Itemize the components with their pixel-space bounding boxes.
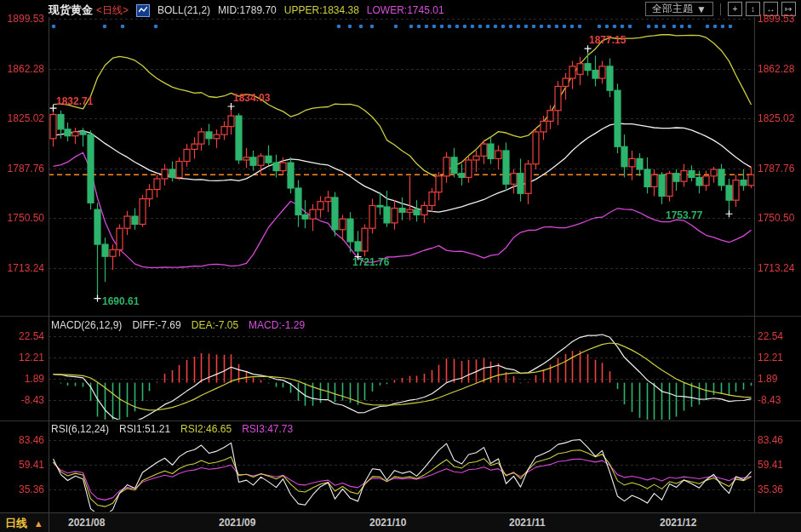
macd-axis-label-right: -8.43 — [758, 394, 781, 406]
price-annotation: 1834.03 — [233, 92, 270, 104]
price-annotation: 1832.71 — [56, 95, 93, 107]
period-tag: <日线> — [96, 3, 129, 18]
rsi-axis-label-right: 59.41 — [758, 459, 783, 471]
price-axis-label-left: 1825.02 — [2, 112, 44, 124]
macd-axis-label-left: 12.21 — [2, 352, 44, 363]
rsi3-value: RSI3:47.73 — [242, 423, 293, 435]
boll-lower-value: LOWER:1745.01 — [367, 4, 444, 16]
price-axis-label-left: 1787.76 — [2, 163, 44, 174]
rsi-axis-label-right: 35.36 — [758, 483, 783, 495]
macd-hist-value: MACD:-1.29 — [249, 319, 305, 331]
macd-dea-value: DEA:-7.05 — [192, 319, 238, 331]
theme-select-button[interactable]: 全部主题 ▼ — [645, 2, 713, 16]
caret-up-icon: ▲ — [34, 518, 43, 529]
price-chart-canvas[interactable] — [0, 0, 801, 532]
price-annotation: 1721.76 — [352, 256, 389, 268]
price-axis-label-right: 1899.53 — [758, 13, 794, 25]
pan-icon[interactable]: + — [728, 2, 742, 16]
chart-application: 现货黄金 <日线> BOLL(21,2) MID:1789.70 UPPER:1… — [0, 0, 801, 532]
rsi2-value: RSI2:46.65 — [180, 423, 232, 435]
date-label: 2021/08 — [68, 517, 105, 529]
price-axis-label-right: 1862.28 — [758, 63, 794, 75]
macd-diff-value: DIFF:-7.69 — [132, 319, 180, 331]
price-axis-label-right: 1825.02 — [758, 112, 794, 124]
price-axis-label-right: 1750.50 — [758, 212, 794, 224]
rsi-axis-label-left: 83.46 — [2, 434, 44, 446]
macd-axis-label-right: 12.21 — [758, 352, 783, 363]
rsi-axis-label-left: 35.36 — [2, 483, 44, 495]
boll-indicator-label: BOLL(21,2) — [157, 4, 210, 16]
caret-down-icon: ▼ — [696, 3, 707, 15]
line-chart-icon — [136, 4, 150, 17]
date-label: 2021/12 — [660, 517, 696, 529]
macd-title: MACD(26,12,9) — [51, 319, 122, 331]
rsi-panel-header: RSI(6,12,24) RSI1:51.21 RSI2:46.65 RSI3:… — [51, 423, 293, 435]
macd-axis-label-right: 1.89 — [758, 373, 777, 385]
date-label: 2021/11 — [509, 517, 546, 529]
price-axis-label-right: 1713.24 — [758, 262, 794, 274]
toolbar-divider — [720, 3, 721, 15]
rsi-axis-label-right: 83.46 — [758, 434, 783, 446]
price-axis-label-left: 1899.53 — [2, 13, 44, 25]
axis-divider — [49, 513, 49, 532]
date-label: 2021/10 — [369, 517, 406, 529]
rsi-title: RSI(6,12,24) — [51, 423, 109, 435]
symbol-name: 现货黄金 — [49, 3, 93, 18]
price-axis-label-right: 1787.76 — [758, 163, 794, 174]
rsi-axis-label-left: 59.41 — [2, 459, 44, 471]
macd-panel-header: MACD(26,12,9) DIFF:-7.69 DEA:-7.05 MACD:… — [51, 319, 305, 331]
macd-axis-label-right: 22.54 — [758, 330, 783, 342]
macd-axis-label-left: 1.89 — [2, 373, 44, 385]
boll-upper-value: UPPER:1834.38 — [284, 4, 359, 16]
price-axis-label-left: 1750.50 — [2, 212, 44, 224]
price-axis-label-left: 1713.24 — [2, 262, 44, 274]
macd-axis-label-left: 22.54 — [2, 330, 44, 342]
rsi1-value: RSI1:51.21 — [119, 423, 170, 435]
price-axis-label-left: 1862.28 — [2, 63, 44, 75]
price-annotation: 1877.15 — [589, 34, 626, 46]
date-label: 2021/09 — [219, 517, 255, 529]
period-selector[interactable]: 日线 ▲ — [5, 516, 43, 531]
theme-button-label: 全部主题 — [652, 2, 693, 16]
price-annotation: 1690.61 — [102, 295, 139, 307]
boll-mid-value: MID:1789.70 — [218, 4, 277, 16]
period-selector-label: 日线 — [5, 517, 27, 529]
time-axis-bar: 日线 ▲ 2021/082021/092021/102021/112021/12 — [0, 512, 801, 532]
macd-axis-label-left: -8.43 — [2, 394, 44, 406]
price-annotation: 1753.77 — [666, 209, 702, 221]
chart-header: 现货黄金 <日线> BOLL(21,2) MID:1789.70 UPPER:1… — [49, 3, 444, 18]
